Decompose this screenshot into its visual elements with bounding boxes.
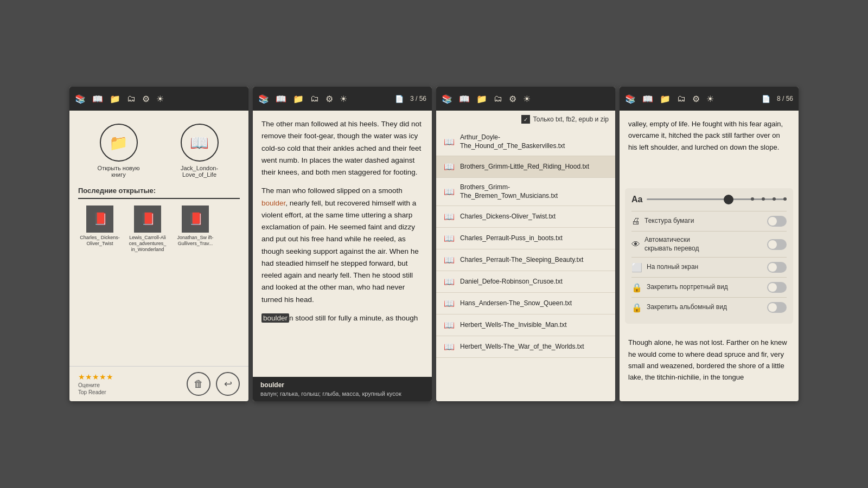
file-icon-8: 📖 — [444, 320, 455, 330]
book-title-2: Jonathan_Sw ift-Gullivers_Trav... — [174, 235, 217, 247]
page-indicator-2: 3 / 56 — [410, 95, 426, 102]
library-icon-4[interactable]: 📚 — [625, 94, 636, 104]
file-item-4[interactable]: 📖 Charles_Perrault-Puss_in_boots.txt — [436, 228, 615, 249]
word-highlight-boulder[interactable]: boulder — [261, 313, 289, 323]
file-icon-1: 📖 — [444, 162, 455, 172]
image-icon-3[interactable]: 🗂 — [494, 94, 502, 104]
file-item-7[interactable]: 📖 Hans_Andersen-The_Snow_Queen.txt — [436, 293, 615, 314]
file-item-1[interactable]: 📖 Brothers_Grimm-Little_Red_Riding_Hood.… — [436, 156, 615, 178]
slider-thumb[interactable] — [724, 195, 733, 204]
book-icon-0: 📕 — [86, 206, 113, 233]
toggle-knob-1 — [768, 217, 777, 226]
doc-icon-2: 📄 — [395, 95, 404, 103]
settings-icon-2[interactable]: ⚙ — [326, 94, 333, 104]
file-item-8[interactable]: 📖 Herbert_Wells-The_Invisible_Man.txt — [436, 314, 615, 336]
file-icon-3: 📖 — [444, 211, 455, 222]
dot-1 — [751, 197, 754, 201]
folder-icon-2[interactable]: 📁 — [293, 94, 304, 104]
folder-icon[interactable]: 📁 — [110, 94, 120, 104]
book-item-2[interactable]: 📕 Jonathan_Sw ift-Gullivers_Trav... — [174, 206, 217, 252]
section-divider — [78, 198, 240, 199]
filter-label: Только txt, fb2, epub и zip — [533, 115, 609, 123]
file-item-6[interactable]: 📖 Daniel_Defoe-Robinson_Crusoe.txt — [436, 271, 615, 293]
open-new-book-btn[interactable]: 📁 Открыть новую книгу — [97, 124, 141, 178]
book-icon[interactable]: 📖 — [92, 94, 103, 104]
brightness-icon-2[interactable]: ☀ — [340, 94, 347, 104]
file-item-3[interactable]: 📖 Charles_Dickens-Oliver_Twist.txt — [436, 206, 615, 228]
library-icon[interactable]: 📚 — [75, 94, 86, 104]
settings-icon-3[interactable]: ⚙ — [509, 94, 516, 104]
book-icon-2[interactable]: 📖 — [276, 94, 286, 104]
portrait-lock-label: Закрепить портретный вид — [647, 283, 767, 292]
folder-circle-icon: 📁 — [100, 124, 138, 162]
portrait-lock-icon: 🔒 — [631, 282, 642, 293]
library-content: 📁 Открыть новую книгу 📖 Jack_London- Lov… — [69, 111, 248, 366]
book-icon-2: 📕 — [182, 206, 209, 233]
auto-hide-label: Автоматическискрывать перевод — [644, 236, 767, 253]
export-button[interactable]: ↩ — [216, 372, 240, 396]
book-item-0[interactable]: 📕 Charles_ Dickens- Oliver_Twist — [78, 206, 122, 252]
library-icon-3[interactable]: 📚 — [442, 94, 452, 104]
library-icon-2[interactable]: 📚 — [258, 94, 269, 104]
delete-button[interactable]: 🗑 — [187, 372, 210, 396]
settings-icon-4[interactable]: ⚙ — [692, 94, 700, 104]
image-icon-2[interactable]: 🗂 — [310, 94, 319, 104]
toggle-knob-2 — [768, 240, 777, 249]
file-name-5: Charles_Perrault-The_Sleeping_Beauty.txt — [460, 256, 583, 265]
image-icon-4[interactable]: 🗂 — [677, 94, 686, 104]
brightness-icon[interactable]: ☀ — [156, 94, 164, 104]
file-item-2[interactable]: 📖 Brothers_Grimm-The_Bremen_Town_Musicia… — [436, 178, 615, 206]
settings-row-paper: 🖨 Текстура бумаги — [631, 211, 787, 231]
file-item-0[interactable]: 📖 Arthur_Doyle-The_Hound_of_The_Baskervi… — [436, 128, 615, 156]
screen-library: 📚 📖 📁 🗂 ⚙ ☀ 📁 Открыть новую книгу 📖 Jack… — [69, 87, 248, 401]
brightness-icon-3[interactable]: ☀ — [523, 94, 531, 104]
toolbar-4: 📚 📖 📁 🗂 ⚙ ☀ 📄 8 / 56 — [620, 87, 799, 111]
landscape-lock-toggle[interactable] — [767, 302, 787, 313]
file-icon-0: 📖 — [444, 137, 455, 147]
file-name-2: Brothers_Grimm-The_Bremen_Town_Musicians… — [460, 183, 558, 200]
toggle-knob-5 — [768, 303, 777, 312]
current-book-btn[interactable]: 📖 Jack_London- Love_of_Life — [178, 124, 221, 178]
screens-container: 📚 📖 📁 🗂 ⚙ ☀ 📁 Открыть новую книгу 📖 Jack… — [59, 76, 809, 412]
folder-icon-4[interactable]: 📁 — [660, 94, 671, 104]
book-icon-4[interactable]: 📖 — [642, 94, 653, 104]
reader-text: The other man followed at his heels. The… — [253, 111, 432, 377]
paragraph-1: The other man followed at his heels. The… — [261, 118, 423, 178]
file-item-5[interactable]: 📖 Charles_Perrault-The_Sleeping_Beauty.t… — [436, 249, 615, 271]
stars: ★★★★★ — [78, 373, 113, 381]
book-circle-icon: 📖 — [181, 124, 219, 162]
book-icon-3[interactable]: 📖 — [459, 94, 470, 104]
library-footer: ★★★★★ Оцените Top Reader 🗑 ↩ — [69, 366, 248, 401]
filter-checkbox-row[interactable]: ✓ Только txt, fb2, epub и zip — [521, 115, 609, 124]
font-size-row: Aа — [631, 195, 787, 204]
filter-checkbox[interactable]: ✓ — [521, 115, 530, 124]
book-item-1[interactable]: 📕 Lewis_Carroll-Ali ces_adventures_ in_W… — [126, 206, 169, 252]
settings-icon[interactable]: ⚙ — [142, 94, 150, 104]
paper-texture-icon: 🖨 — [631, 216, 640, 226]
toolbar-2: 📚 📖 📁 🗂 ⚙ ☀ 📄 3 / 56 — [253, 87, 432, 111]
auto-hide-toggle[interactable] — [767, 239, 787, 250]
file-item-9[interactable]: 📖 Herbert_Wells-The_War_of_the_Worlds.tx… — [436, 336, 615, 358]
file-name-9: Herbert_Wells-The_War_of_the_Worlds.txt — [460, 343, 584, 351]
recent-books-list: 📕 Charles_ Dickens- Oliver_Twist 📕 Lewis… — [78, 206, 240, 252]
file-icon-6: 📖 — [444, 277, 455, 287]
landscape-lock-icon: 🔒 — [631, 303, 642, 313]
font-size-slider[interactable] — [647, 198, 787, 200]
settings-row-auto-hide: 👁 Автоматическискрывать перевод — [631, 231, 787, 257]
word-boulder[interactable]: boulder — [261, 199, 285, 207]
reader-bottom-text: Though alone, he was not lost. Farther o… — [620, 329, 799, 401]
fullscreen-toggle[interactable] — [767, 262, 787, 273]
toolbar-1: 📚 📖 📁 🗂 ⚙ ☀ — [69, 87, 248, 111]
slider-dots — [751, 197, 787, 201]
toggle-knob-3 — [768, 263, 777, 272]
settings-row-landscape: 🔒 Закрепить альбомный вид — [631, 297, 787, 317]
folder-icon-3[interactable]: 📁 — [476, 94, 487, 104]
library-body: 📁 Открыть новую книгу 📖 Jack_London- Lov… — [69, 111, 248, 401]
image-icon[interactable]: 🗂 — [127, 94, 136, 104]
paper-texture-toggle[interactable] — [767, 216, 787, 227]
brightness-icon-4[interactable]: ☀ — [706, 94, 714, 104]
paper-texture-label: Текстура бумаги — [644, 217, 767, 226]
paragraph-3: bouldern stood still for fully a minute,… — [261, 312, 423, 324]
portrait-lock-toggle[interactable] — [767, 282, 787, 293]
settings-panel: Aа 🖨 Текстура бумаги — [625, 188, 793, 324]
